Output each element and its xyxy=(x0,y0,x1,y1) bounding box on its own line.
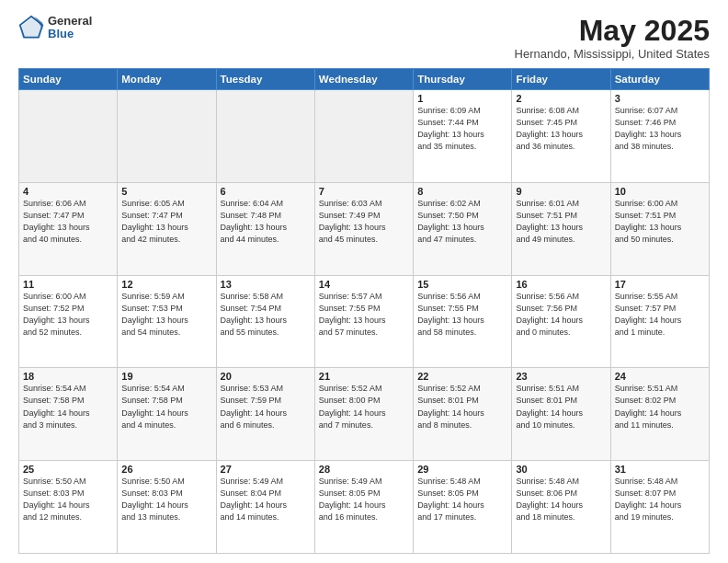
day-cell: 21Sunrise: 5:52 AM Sunset: 8:00 PM Dayli… xyxy=(314,368,413,461)
logo-icon xyxy=(18,15,44,40)
day-info: Sunrise: 5:50 AM Sunset: 8:03 PM Dayligh… xyxy=(23,476,113,523)
day-cell: 31Sunrise: 5:48 AM Sunset: 8:07 PM Dayli… xyxy=(610,461,709,554)
day-number: 8 xyxy=(417,186,507,197)
day-number: 18 xyxy=(23,371,113,382)
day-cell: 28Sunrise: 5:49 AM Sunset: 8:05 PM Dayli… xyxy=(314,461,413,554)
day-number: 28 xyxy=(319,464,409,475)
day-info: Sunrise: 5:48 AM Sunset: 8:05 PM Dayligh… xyxy=(417,476,507,523)
col-header-monday: Monday xyxy=(118,69,216,90)
day-info: Sunrise: 6:06 AM Sunset: 7:47 PM Dayligh… xyxy=(23,198,113,246)
day-info: Sunrise: 6:02 AM Sunset: 7:50 PM Dayligh… xyxy=(417,198,507,246)
day-number: 6 xyxy=(221,186,311,197)
day-cell: 11Sunrise: 6:00 AM Sunset: 7:52 PM Dayli… xyxy=(19,275,118,368)
day-info: Sunrise: 6:08 AM Sunset: 7:45 PM Dayligh… xyxy=(516,105,606,153)
day-number: 1 xyxy=(417,93,507,104)
day-info: Sunrise: 6:03 AM Sunset: 7:49 PM Dayligh… xyxy=(319,198,409,246)
day-cell: 22Sunrise: 5:52 AM Sunset: 8:01 PM Dayli… xyxy=(414,368,512,461)
day-cell: 8Sunrise: 6:02 AM Sunset: 7:50 PM Daylig… xyxy=(414,182,512,275)
day-cell: 6Sunrise: 6:04 AM Sunset: 7:48 PM Daylig… xyxy=(216,182,314,275)
day-info: Sunrise: 5:51 AM Sunset: 8:01 PM Dayligh… xyxy=(516,383,606,431)
day-cell xyxy=(19,90,118,183)
col-header-wednesday: Wednesday xyxy=(314,69,413,90)
day-number: 20 xyxy=(221,371,311,382)
day-cell xyxy=(118,90,216,183)
day-cell: 27Sunrise: 5:49 AM Sunset: 8:04 PM Dayli… xyxy=(216,461,314,554)
col-header-saturday: Saturday xyxy=(610,69,709,90)
col-header-friday: Friday xyxy=(512,69,610,90)
day-info: Sunrise: 5:56 AM Sunset: 7:56 PM Dayligh… xyxy=(516,291,606,339)
day-number: 5 xyxy=(121,186,211,197)
day-info: Sunrise: 6:09 AM Sunset: 7:44 PM Dayligh… xyxy=(417,105,507,153)
day-cell: 5Sunrise: 6:05 AM Sunset: 7:47 PM Daylig… xyxy=(118,182,216,275)
day-cell xyxy=(314,90,413,183)
day-info: Sunrise: 5:52 AM Sunset: 8:00 PM Dayligh… xyxy=(319,383,409,431)
day-info: Sunrise: 5:59 AM Sunset: 7:53 PM Dayligh… xyxy=(121,291,211,339)
day-info: Sunrise: 5:48 AM Sunset: 8:07 PM Dayligh… xyxy=(615,476,705,523)
day-info: Sunrise: 5:55 AM Sunset: 7:57 PM Dayligh… xyxy=(615,291,705,339)
day-cell: 7Sunrise: 6:03 AM Sunset: 7:49 PM Daylig… xyxy=(314,182,413,275)
day-info: Sunrise: 5:49 AM Sunset: 8:05 PM Dayligh… xyxy=(319,476,409,523)
logo-text: General Blue xyxy=(48,15,92,41)
day-number: 17 xyxy=(615,279,705,290)
day-cell: 3Sunrise: 6:07 AM Sunset: 7:46 PM Daylig… xyxy=(610,90,709,183)
day-info: Sunrise: 6:00 AM Sunset: 7:51 PM Dayligh… xyxy=(615,198,705,246)
title-block: May 2025 Hernando, Mississippi, United S… xyxy=(515,15,710,61)
logo-blue-text: Blue xyxy=(48,28,92,40)
logo-general-text: General xyxy=(48,15,92,28)
calendar-table: SundayMondayTuesdayWednesdayThursdayFrid… xyxy=(18,68,710,554)
month-year: May 2025 xyxy=(515,15,710,47)
day-info: Sunrise: 5:56 AM Sunset: 7:55 PM Dayligh… xyxy=(417,291,507,339)
week-row-1: 1Sunrise: 6:09 AM Sunset: 7:44 PM Daylig… xyxy=(19,90,710,183)
day-cell: 1Sunrise: 6:09 AM Sunset: 7:44 PM Daylig… xyxy=(414,90,512,183)
day-cell: 25Sunrise: 5:50 AM Sunset: 8:03 PM Dayli… xyxy=(19,461,118,554)
day-cell: 24Sunrise: 5:51 AM Sunset: 8:02 PM Dayli… xyxy=(610,368,709,461)
week-row-3: 11Sunrise: 6:00 AM Sunset: 7:52 PM Dayli… xyxy=(19,275,710,368)
day-cell xyxy=(216,90,314,183)
day-number: 7 xyxy=(319,186,409,197)
day-cell: 20Sunrise: 5:53 AM Sunset: 7:59 PM Dayli… xyxy=(216,368,314,461)
day-number: 4 xyxy=(23,186,113,197)
day-number: 9 xyxy=(516,186,606,197)
day-info: Sunrise: 6:04 AM Sunset: 7:48 PM Dayligh… xyxy=(221,198,311,246)
day-info: Sunrise: 5:54 AM Sunset: 7:58 PM Dayligh… xyxy=(23,383,113,431)
day-cell: 16Sunrise: 5:56 AM Sunset: 7:56 PM Dayli… xyxy=(512,275,610,368)
col-header-sunday: Sunday xyxy=(19,69,118,90)
day-number: 27 xyxy=(221,464,311,475)
location: Hernando, Mississippi, United States xyxy=(515,47,710,61)
day-info: Sunrise: 5:49 AM Sunset: 8:04 PM Dayligh… xyxy=(221,476,311,523)
day-info: Sunrise: 5:53 AM Sunset: 7:59 PM Dayligh… xyxy=(221,383,311,431)
day-number: 13 xyxy=(221,279,311,290)
day-cell: 29Sunrise: 5:48 AM Sunset: 8:05 PM Dayli… xyxy=(414,461,512,554)
day-number: 30 xyxy=(516,464,606,475)
day-cell: 26Sunrise: 5:50 AM Sunset: 8:03 PM Dayli… xyxy=(118,461,216,554)
day-info: Sunrise: 5:48 AM Sunset: 8:06 PM Dayligh… xyxy=(516,476,606,523)
day-number: 26 xyxy=(121,464,211,475)
day-cell: 18Sunrise: 5:54 AM Sunset: 7:58 PM Dayli… xyxy=(19,368,118,461)
day-number: 12 xyxy=(121,279,211,290)
day-number: 3 xyxy=(615,93,705,104)
day-info: Sunrise: 5:58 AM Sunset: 7:54 PM Dayligh… xyxy=(221,291,311,339)
day-number: 2 xyxy=(516,93,606,104)
header-row: SundayMondayTuesdayWednesdayThursdayFrid… xyxy=(19,69,710,90)
day-number: 19 xyxy=(121,371,211,382)
page: General Blue May 2025 Hernando, Mississi… xyxy=(0,0,728,563)
day-cell: 9Sunrise: 6:01 AM Sunset: 7:51 PM Daylig… xyxy=(512,182,610,275)
day-info: Sunrise: 6:00 AM Sunset: 7:52 PM Dayligh… xyxy=(23,291,113,339)
day-number: 16 xyxy=(516,279,606,290)
day-number: 22 xyxy=(417,371,507,382)
day-info: Sunrise: 6:07 AM Sunset: 7:46 PM Dayligh… xyxy=(615,105,705,153)
day-number: 11 xyxy=(23,279,113,290)
day-number: 10 xyxy=(615,186,705,197)
day-number: 24 xyxy=(615,371,705,382)
day-number: 15 xyxy=(417,279,507,290)
day-info: Sunrise: 6:01 AM Sunset: 7:51 PM Dayligh… xyxy=(516,198,606,246)
day-cell: 23Sunrise: 5:51 AM Sunset: 8:01 PM Dayli… xyxy=(512,368,610,461)
day-number: 31 xyxy=(615,464,705,475)
day-info: Sunrise: 5:52 AM Sunset: 8:01 PM Dayligh… xyxy=(417,383,507,431)
day-cell: 14Sunrise: 5:57 AM Sunset: 7:55 PM Dayli… xyxy=(314,275,413,368)
week-row-5: 25Sunrise: 5:50 AM Sunset: 8:03 PM Dayli… xyxy=(19,461,710,554)
week-row-4: 18Sunrise: 5:54 AM Sunset: 7:58 PM Dayli… xyxy=(19,368,710,461)
col-header-tuesday: Tuesday xyxy=(216,69,314,90)
day-number: 25 xyxy=(23,464,113,475)
day-cell: 12Sunrise: 5:59 AM Sunset: 7:53 PM Dayli… xyxy=(118,275,216,368)
